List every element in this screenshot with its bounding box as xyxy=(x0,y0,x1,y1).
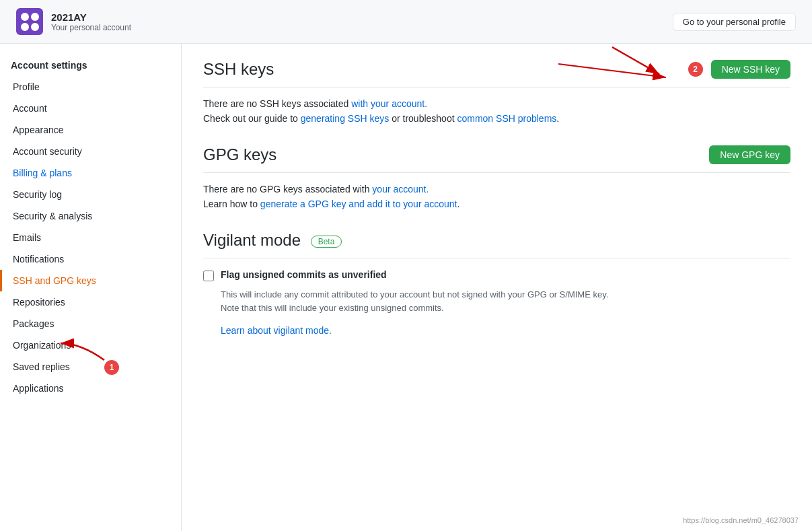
generate-gpg-key-link[interactable]: generate a GPG key and add it to your ac… xyxy=(260,199,457,209)
gpg-highlight: your account. xyxy=(372,184,429,194)
sidebar: Account settings Profile Account Appeara… xyxy=(0,44,182,531)
vigilant-checkbox-row: Flag unsigned commits as unverified xyxy=(203,269,790,281)
user-info: 2021AY Your personal account xyxy=(51,11,131,32)
sidebar-heading: Account settings xyxy=(0,55,181,76)
top-bar: 2021AY Your personal account Go to your … xyxy=(0,0,812,44)
ssh-section: SSH keys 2 New SSH key There are no SSH … xyxy=(203,60,790,124)
sidebar-item-security-analysis[interactable]: Security & analysis xyxy=(0,205,181,227)
gpg-title: GPG keys xyxy=(203,145,276,164)
personal-profile-button[interactable]: Go to your personal profile xyxy=(673,13,796,31)
gpg-no-keys-msg: There are no GPG keys associated with yo… xyxy=(203,184,790,194)
sidebar-item-account[interactable]: Account xyxy=(0,98,181,119)
ssh-section-header: SSH keys 2 New SSH key xyxy=(203,60,790,87)
gpg-guide-text: Learn how to generate a GPG key and add … xyxy=(203,199,790,209)
generating-ssh-keys-link[interactable]: generating SSH keys xyxy=(301,113,390,124)
top-bar-left: 2021AY Your personal account xyxy=(16,8,131,35)
vigilant-title: Vigilant mode Beta xyxy=(203,231,342,250)
vigilant-section: Vigilant mode Beta Flag unsigned commits… xyxy=(203,231,790,336)
common-ssh-problems-link[interactable]: common SSH problems xyxy=(457,113,556,124)
vigilant-checkbox-label[interactable]: Flag unsigned commits as unverified xyxy=(221,269,387,280)
sidebar-item-ssh-gpg[interactable]: SSH and GPG keys xyxy=(0,270,181,291)
sidebar-item-billing[interactable]: Billing & plans xyxy=(0,162,181,184)
sidebar-item-notifications[interactable]: Notifications xyxy=(0,248,181,270)
vigilant-checkbox[interactable] xyxy=(203,271,214,281)
avatar xyxy=(16,8,43,35)
vigilant-learn-link[interactable]: Learn about vigilant mode. xyxy=(221,325,332,336)
username: 2021AY xyxy=(51,11,131,23)
gpg-section: GPG keys New GPG key There are no GPG ke… xyxy=(203,145,790,209)
sidebar-item-security-log[interactable]: Security log xyxy=(0,184,181,205)
sidebar-item-saved-replies[interactable]: Saved replies xyxy=(0,356,181,378)
sidebar-item-appearance[interactable]: Appearance xyxy=(0,119,181,141)
ssh-highlight: with your account. xyxy=(351,98,427,109)
new-gpg-key-button[interactable]: New GPG key xyxy=(709,145,790,164)
sidebar-item-organizations[interactable]: Organizations xyxy=(0,334,181,356)
sidebar-item-repositories[interactable]: Repositories xyxy=(0,291,181,313)
sidebar-item-profile[interactable]: Profile xyxy=(0,76,181,98)
user-subtitle: Your personal account xyxy=(51,23,131,32)
sidebar-item-account-security[interactable]: Account security xyxy=(0,141,181,162)
ssh-title: SSH keys xyxy=(203,60,274,79)
annotation-badge-2: 2 xyxy=(688,62,703,77)
beta-badge: Beta xyxy=(311,236,342,248)
ssh-guide-text: Check out our guide to generating SSH ke… xyxy=(203,113,790,124)
gpg-section-header: GPG keys New GPG key xyxy=(203,145,790,173)
sidebar-item-applications[interactable]: Applications xyxy=(0,378,181,399)
new-ssh-key-button[interactable]: New SSH key xyxy=(711,60,790,79)
sidebar-item-packages[interactable]: Packages xyxy=(0,313,181,334)
layout: Account settings Profile Account Appeara… xyxy=(0,44,812,531)
main-content: SSH keys 2 New SSH key There are no SSH … xyxy=(182,44,812,531)
watermark: https://blog.csdn.net/m0_46278037 xyxy=(683,516,799,524)
vigilant-header: Vigilant mode Beta xyxy=(203,231,790,258)
vigilant-learn-link-container: Learn about vigilant mode. xyxy=(221,325,790,336)
sidebar-item-emails[interactable]: Emails xyxy=(0,227,181,248)
vigilant-checkbox-desc: This will include any commit attributed … xyxy=(221,288,790,314)
ssh-no-keys-msg: There are no SSH keys associated with yo… xyxy=(203,98,790,109)
